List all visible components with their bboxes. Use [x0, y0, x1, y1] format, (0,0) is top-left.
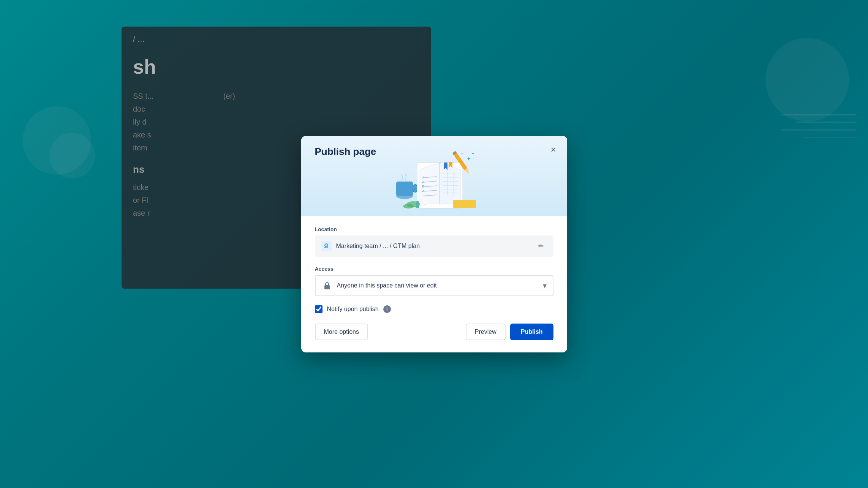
notify-row: Notify upon publish i [315, 305, 553, 313]
chevron-down-icon: ▾ [543, 281, 547, 290]
svg-text:✦: ✦ [466, 156, 471, 162]
access-dropdown[interactable]: Anyone in this space can view or edit ▾ [315, 275, 553, 296]
location-edit-button[interactable]: ✏ [535, 240, 547, 252]
space-icon [321, 241, 332, 251]
preview-button[interactable]: Preview [466, 324, 506, 340]
modal-body: Location Marketing team / ... / GTM pl [301, 216, 567, 352]
svg-text:✓: ✓ [421, 175, 424, 180]
svg-text:✦: ✦ [461, 152, 463, 156]
modal-title: Publish page [315, 146, 376, 158]
close-button[interactable]: × [547, 143, 560, 156]
access-label: Access [315, 266, 553, 272]
right-buttons: Preview Publish [466, 324, 553, 340]
lock-icon [322, 280, 332, 291]
edit-icon: ✏ [538, 242, 544, 250]
page-name: GTM plan [393, 243, 420, 249]
location-label: Location [315, 226, 553, 232]
access-text: Anyone in this space can view or edit [337, 282, 543, 289]
location-sep2: / [390, 243, 393, 249]
svg-rect-1 [396, 182, 413, 196]
notify-label: Notify upon publish [327, 306, 379, 313]
close-icon: × [550, 144, 556, 155]
location-sep1: / [379, 243, 383, 249]
more-options-button[interactable]: More options [315, 324, 368, 340]
publish-dialog: Publish page [301, 136, 567, 352]
svg-point-34 [403, 204, 414, 208]
space-name: Marketing team [336, 243, 378, 249]
svg-point-37 [325, 244, 327, 246]
actions-row: More options Preview Publish [315, 324, 553, 340]
info-icon[interactable]: i [383, 305, 391, 313]
location-text: Marketing team / ... / GTM plan [336, 243, 535, 250]
modal-illustration: Publish page [301, 136, 567, 216]
svg-rect-31 [453, 200, 476, 208]
location-row: Marketing team / ... / GTM plan ✏ [315, 235, 553, 257]
modal-overlay: Publish page [0, 0, 868, 488]
svg-text:✓: ✓ [421, 189, 424, 193]
svg-text:✓: ✓ [421, 180, 424, 184]
location-ellipsis: ... [383, 243, 388, 249]
publish-illustration: ✓ ✓ ✗ ✓ [385, 140, 484, 212]
svg-text:✗: ✗ [421, 185, 424, 189]
publish-button[interactable]: Publish [510, 324, 553, 340]
svg-rect-2 [413, 185, 417, 192]
notify-checkbox[interactable] [315, 305, 323, 313]
svg-rect-38 [324, 285, 330, 289]
svg-text:✦: ✦ [471, 152, 474, 156]
